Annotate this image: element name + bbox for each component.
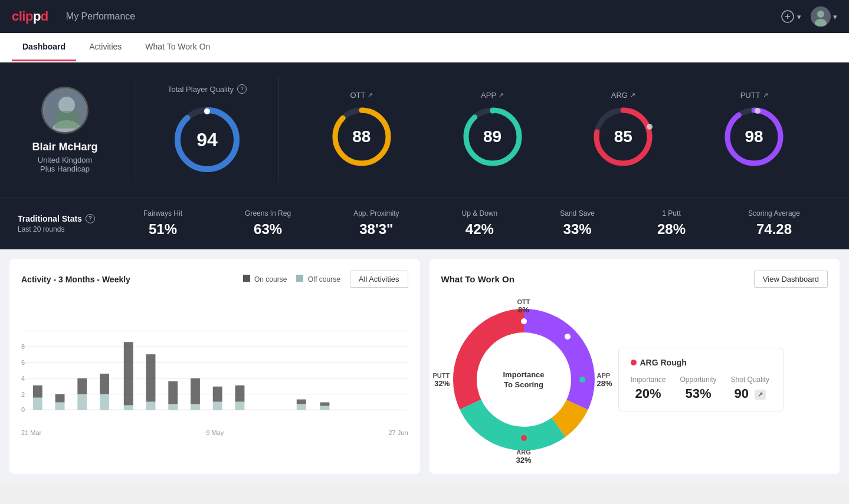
user-avatar-button[interactable]: ▾ bbox=[811, 6, 837, 27]
svg-rect-48 bbox=[168, 381, 178, 404]
arg-gauge: 85 bbox=[591, 104, 655, 169]
stat-updown: Up & Down 42% bbox=[462, 209, 498, 238]
chart-controls: On course Off course All Activities bbox=[243, 271, 408, 288]
card-dot-icon bbox=[631, 360, 637, 365]
stat-oneputt-label: 1 Putt bbox=[657, 209, 686, 218]
arg-value: 85 bbox=[614, 127, 632, 146]
svg-rect-43 bbox=[124, 405, 133, 410]
ott-gauge: 88 bbox=[329, 104, 394, 169]
all-activities-button[interactable]: All Activities bbox=[350, 271, 408, 288]
svg-rect-55 bbox=[297, 404, 306, 410]
legend-oncourse: On course bbox=[243, 275, 287, 284]
svg-rect-57 bbox=[320, 406, 330, 410]
quality-label: Shot Quality bbox=[731, 375, 769, 384]
svg-point-67 bbox=[579, 377, 585, 383]
legend-offcourse: Off course bbox=[296, 275, 340, 284]
avatar-chevron: ▾ bbox=[833, 12, 837, 21]
x-label-mar: 21 Mar bbox=[21, 429, 41, 436]
app-header: clippd My Performance ▾ ▾ bbox=[0, 0, 849, 33]
card-title: ARG Rough bbox=[631, 358, 771, 367]
stat-proximity-value: 38'3" bbox=[353, 221, 399, 238]
app-donut-label: APP 28% bbox=[596, 372, 612, 388]
stat-greens-value: 63% bbox=[245, 221, 291, 238]
quality-value: 90 ↗ bbox=[731, 386, 769, 401]
oncourse-dot-icon bbox=[243, 275, 250, 282]
score-ott: OTT ↗ 88 bbox=[329, 91, 394, 169]
stat-updown-label: Up & Down bbox=[462, 209, 498, 218]
svg-rect-54 bbox=[235, 386, 245, 402]
total-quality-gauge: 94 bbox=[172, 104, 242, 175]
svg-point-17 bbox=[490, 108, 496, 114]
add-button[interactable]: ▾ bbox=[781, 9, 801, 24]
player-country: United Kingdom bbox=[38, 156, 93, 164]
svg-rect-41 bbox=[100, 394, 109, 410]
stat-oneputt: 1 Putt 28% bbox=[657, 209, 686, 238]
stats-sublabel: Last 20 rounds bbox=[18, 225, 112, 233]
work-card: ARG Rough Importance 20% Opportunity 53%… bbox=[618, 348, 784, 411]
stat-fairways-label: Fairways Hit bbox=[143, 209, 182, 218]
chart-title: Activity - 3 Months - Weekly bbox=[21, 275, 130, 284]
score-app: APP ↗ 89 bbox=[460, 91, 525, 169]
total-quality: Total Player Quality ? 94 bbox=[142, 84, 272, 175]
stat-scoring-value: 74.28 bbox=[748, 221, 800, 238]
svg-rect-35 bbox=[33, 398, 42, 410]
tab-activities[interactable]: Activities bbox=[78, 34, 132, 61]
view-dashboard-button[interactable]: View Dashboard bbox=[754, 271, 828, 288]
stats-label-section: Traditional Stats ? Last 20 rounds bbox=[18, 214, 112, 233]
header-left: clippd My Performance bbox=[12, 9, 135, 24]
app-value: 89 bbox=[483, 127, 501, 146]
stat-oneputt-value: 28% bbox=[657, 221, 686, 238]
svg-rect-37 bbox=[55, 403, 65, 410]
header-right: ▾ ▾ bbox=[781, 6, 837, 27]
stat-fairways-value: 51% bbox=[143, 221, 182, 238]
player-handicap: Plus Handicap bbox=[40, 164, 90, 173]
ott-label: OTT ↗ bbox=[350, 91, 373, 100]
svg-rect-39 bbox=[77, 394, 87, 410]
svg-rect-36 bbox=[33, 386, 42, 398]
offcourse-dot-icon bbox=[296, 275, 303, 282]
tab-what-to-work-on[interactable]: What To Work On bbox=[135, 34, 221, 61]
work-content: Importance To Scoring OTT 8% APP 28% bbox=[441, 297, 828, 462]
svg-text:4: 4 bbox=[21, 375, 25, 382]
hero-section: Blair McHarg United Kingdom Plus Handica… bbox=[0, 62, 849, 197]
app-label: APP ↗ bbox=[481, 91, 504, 100]
logo-text: clippd bbox=[12, 9, 48, 24]
card-importance: Importance 20% bbox=[631, 375, 666, 401]
stats-help-icon[interactable]: ? bbox=[86, 214, 95, 223]
ott-donut-label: OTT 8% bbox=[517, 298, 530, 314]
total-quality-help-icon[interactable]: ? bbox=[237, 84, 247, 94]
arg-donut-label: ARG 32% bbox=[516, 449, 531, 465]
card-quality: Shot Quality 90 ↗ bbox=[731, 375, 769, 401]
chart-area: 0 2 4 6 8 bbox=[21, 297, 408, 427]
tab-dashboard[interactable]: Dashboard bbox=[12, 34, 76, 61]
app-arrow-icon: ↗ bbox=[499, 91, 504, 99]
player-info: Blair McHarg United Kingdom Plus Handica… bbox=[18, 87, 130, 173]
score-putt: PUTT ↗ 98 bbox=[722, 91, 786, 169]
putt-gauge: 98 bbox=[722, 104, 786, 169]
add-chevron: ▾ bbox=[797, 12, 801, 21]
avatar bbox=[811, 6, 831, 27]
svg-rect-58 bbox=[320, 403, 330, 406]
stat-sandsave-label: Sand Save bbox=[560, 209, 595, 218]
donut-center-line1: Importance bbox=[503, 370, 544, 380]
stat-greens-label: Greens In Reg bbox=[245, 209, 291, 218]
putt-arrow-icon: ↗ bbox=[763, 91, 768, 99]
svg-rect-44 bbox=[124, 342, 133, 405]
stat-updown-value: 42% bbox=[462, 221, 498, 238]
svg-rect-56 bbox=[297, 400, 306, 404]
stat-fairways: Fairways Hit 51% bbox=[143, 209, 182, 238]
x-label-jun: 27 Jun bbox=[388, 429, 408, 436]
svg-rect-49 bbox=[191, 404, 200, 410]
card-opportunity: Opportunity 53% bbox=[680, 375, 717, 401]
svg-rect-40 bbox=[77, 378, 87, 394]
arg-label: ARG ↗ bbox=[611, 91, 635, 100]
logo[interactable]: clippd bbox=[12, 9, 48, 24]
stats-label: Traditional Stats ? bbox=[18, 214, 112, 223]
opportunity-label: Opportunity bbox=[680, 375, 717, 384]
arg-arrow-icon: ↗ bbox=[630, 91, 635, 99]
stats-items: Fairways Hit 51% Greens In Reg 63% App. … bbox=[112, 209, 831, 238]
importance-label: Importance bbox=[631, 375, 666, 384]
scores-section: OTT ↗ 88 APP ↗ bbox=[284, 91, 831, 169]
svg-point-68 bbox=[521, 435, 527, 441]
chart-header: Activity - 3 Months - Weekly On course O… bbox=[21, 271, 408, 288]
